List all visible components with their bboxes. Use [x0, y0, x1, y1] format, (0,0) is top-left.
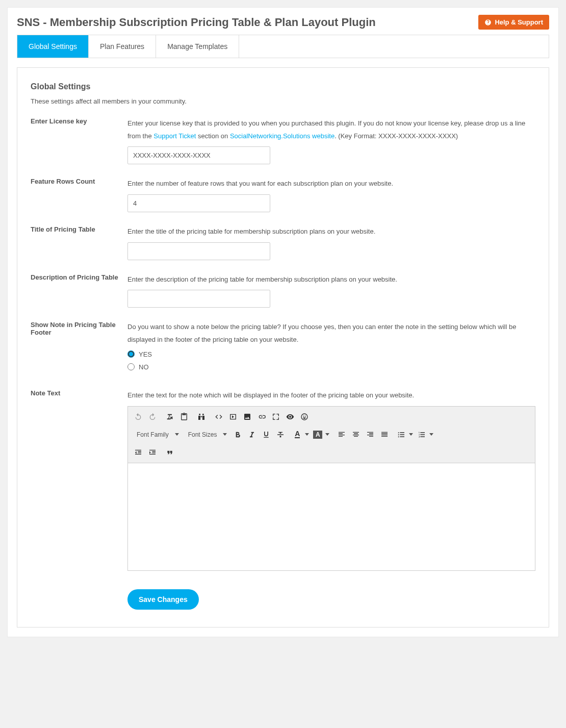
desc-license-key: Enter your license key that is provided …: [127, 117, 535, 142]
paste-icon: [180, 413, 188, 421]
undo-icon: [134, 413, 142, 421]
smiley-icon: [300, 413, 308, 421]
text-color-button[interactable]: A: [291, 427, 311, 442]
outdent-button[interactable]: [131, 445, 145, 460]
rich-text-editor: Font Family Font Sizes: [127, 406, 535, 571]
fullscreen-icon: [272, 413, 280, 421]
outdent-icon: [134, 448, 142, 457]
strikethrough-button[interactable]: [273, 428, 288, 442]
label-table-title: Title of Pricing Table: [31, 225, 127, 260]
label-license-key: Enter License key: [31, 117, 127, 164]
caret-icon: [409, 433, 413, 436]
font-family-label: Font Family: [137, 431, 169, 438]
desc-text: section on: [196, 132, 230, 140]
desc-text: . (Key Format: XXXX-XXXX-XXXX-XXXX): [335, 132, 458, 140]
caret-icon: [175, 433, 179, 436]
align-center-icon: [352, 431, 360, 439]
align-left-button[interactable]: [335, 428, 349, 442]
eye-icon: [286, 413, 294, 421]
code-icon: [215, 413, 223, 421]
emoticon-button[interactable]: [297, 410, 312, 424]
fullscreen-button[interactable]: [269, 410, 283, 424]
image-icon: [243, 413, 251, 421]
page-title: SNS - Membership Subscription Pricing Ta…: [17, 16, 376, 29]
align-justify-button[interactable]: [377, 428, 392, 442]
text-color-icon: A: [295, 431, 300, 438]
panel-subtitle: These settings affect all members in you…: [31, 97, 535, 105]
editor-content-area[interactable]: [128, 463, 535, 570]
input-license-key[interactable]: [127, 146, 270, 164]
align-center-button[interactable]: [349, 428, 363, 442]
preview-button[interactable]: [283, 410, 297, 424]
redo-button[interactable]: [145, 410, 160, 424]
font-size-select[interactable]: Font Sizes: [183, 428, 231, 442]
background-color-icon: A: [313, 431, 322, 439]
italic-button[interactable]: [245, 428, 259, 442]
undo-button[interactable]: [131, 410, 145, 424]
page-header: SNS - Membership Subscription Pricing Ta…: [8, 8, 558, 35]
tab-plan-features[interactable]: Plan Features: [89, 35, 156, 58]
align-justify-icon: [380, 431, 389, 439]
bullet-list-button[interactable]: [395, 427, 415, 442]
radio-no[interactable]: [127, 363, 135, 370]
tab-global-settings[interactable]: Global Settings: [17, 35, 89, 58]
radio-no-row[interactable]: NO: [127, 363, 535, 371]
embed-icon: [229, 413, 237, 421]
find-replace-button[interactable]: [194, 410, 209, 424]
desc-table-description: Enter the description of the pricing tab…: [127, 273, 535, 286]
radio-yes-row[interactable]: YES: [127, 350, 535, 358]
row-license-key: Enter License key Enter your license key…: [31, 117, 535, 164]
input-table-title[interactable]: [127, 242, 270, 260]
row-table-description: Description of Pricing Table Enter the d…: [31, 273, 535, 308]
help-support-label: Help & Support: [495, 18, 543, 26]
font-family-select[interactable]: Font Family: [131, 428, 183, 442]
page-container: SNS - Membership Subscription Pricing Ta…: [7, 7, 559, 637]
align-right-button[interactable]: [363, 428, 377, 442]
link-icon: [258, 413, 266, 421]
caret-icon: [325, 433, 329, 436]
desc-show-note: Do you want to show a note below the pri…: [127, 321, 535, 346]
underline-button[interactable]: [259, 428, 273, 442]
desc-table-title: Enter the title of the pricing table for…: [127, 225, 535, 238]
save-changes-button[interactable]: Save Changes: [127, 589, 199, 610]
settings-panel: Global Settings These settings affect al…: [17, 67, 549, 627]
embed-button[interactable]: [226, 410, 240, 424]
panel-title: Global Settings: [31, 82, 535, 91]
italic-icon: [248, 431, 256, 439]
caret-icon: [429, 433, 433, 436]
label-feature-rows: Feature Rows Count: [31, 178, 127, 212]
redo-icon: [148, 413, 157, 421]
strikethrough-icon: [276, 431, 285, 439]
clear-format-button[interactable]: [163, 410, 177, 424]
paste-text-button[interactable]: [177, 410, 191, 424]
input-table-description[interactable]: [127, 290, 270, 308]
source-code-button[interactable]: [212, 410, 226, 424]
caret-icon: [305, 433, 309, 436]
link-support-ticket[interactable]: Support Ticket: [153, 132, 196, 140]
tabs-container: Global Settings Plan Features Manage Tem…: [17, 35, 549, 58]
numbered-list-icon: [418, 431, 426, 439]
help-icon: [484, 19, 492, 26]
input-feature-rows[interactable]: [127, 194, 270, 212]
binoculars-icon: [197, 413, 205, 421]
background-color-button[interactable]: A: [311, 427, 331, 442]
desc-feature-rows: Enter the number of feature rows that yo…: [127, 178, 535, 190]
desc-note-text: Enter the text for the note which will b…: [127, 389, 535, 402]
image-button[interactable]: [240, 410, 254, 424]
link-sns-website[interactable]: SocialNetworking.Solutions website: [230, 132, 335, 140]
radio-no-label: NO: [139, 363, 149, 371]
indent-button[interactable]: [145, 445, 160, 460]
editor-toolbar: Font Family Font Sizes: [128, 407, 535, 463]
bold-button[interactable]: [230, 428, 245, 442]
radio-yes[interactable]: [127, 350, 135, 358]
blockquote-button[interactable]: [163, 445, 177, 460]
font-size-label: Font Sizes: [188, 431, 217, 438]
label-note-text: Note Text: [31, 389, 127, 571]
numbered-list-button[interactable]: [415, 427, 435, 442]
radio-yes-label: YES: [139, 350, 152, 358]
link-button[interactable]: [254, 410, 269, 424]
tab-manage-templates[interactable]: Manage Templates: [156, 35, 239, 58]
label-show-note: Show Note in Pricing Table Footer: [31, 321, 127, 375]
bold-icon: [234, 431, 242, 439]
help-support-button[interactable]: Help & Support: [478, 15, 549, 30]
